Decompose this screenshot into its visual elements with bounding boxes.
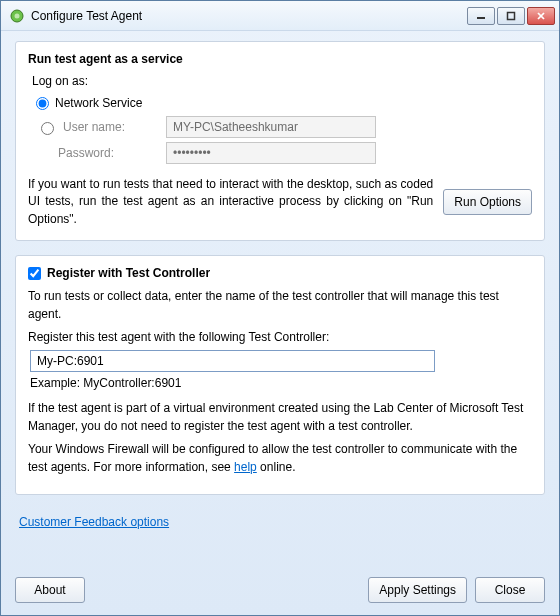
- window-title: Configure Test Agent: [31, 9, 467, 23]
- register-checkbox[interactable]: [28, 267, 41, 280]
- feedback-row: Customer Feedback options: [19, 515, 545, 529]
- feedback-link[interactable]: Customer Feedback options: [19, 515, 169, 529]
- service-group: Run test agent as a service Log on as: N…: [15, 41, 545, 241]
- about-button[interactable]: About: [15, 577, 85, 603]
- virtual-env-note: If the test agent is part of a virtual e…: [28, 400, 532, 435]
- network-service-label: Network Service: [55, 96, 142, 110]
- service-group-title: Run test agent as a service: [28, 52, 532, 66]
- username-radio[interactable]: [41, 122, 54, 135]
- svg-point-1: [15, 13, 20, 18]
- dialog-window: Configure Test Agent Run test agent as a…: [0, 0, 560, 616]
- password-label: Password:: [58, 146, 114, 160]
- minimize-button[interactable]: [467, 7, 495, 25]
- service-desc-row: If you want to run tests that need to in…: [28, 176, 532, 228]
- network-service-radio[interactable]: [36, 97, 49, 110]
- username-row: User name:: [36, 116, 532, 138]
- footer: About Apply Settings Close: [1, 569, 559, 615]
- register-group: Register with Test Controller To run tes…: [15, 255, 545, 495]
- firewall-suffix: online.: [257, 460, 296, 474]
- controller-example: Example: MyController:6901: [30, 376, 532, 390]
- window-controls: [467, 7, 559, 25]
- register-label: Register this test agent with the follow…: [28, 329, 532, 346]
- password-input[interactable]: [166, 142, 376, 164]
- close-button[interactable]: Close: [475, 577, 545, 603]
- network-service-row: Network Service: [36, 96, 532, 110]
- controller-input[interactable]: [30, 350, 435, 372]
- register-intro: To run tests or collect data, enter the …: [28, 288, 532, 323]
- service-desc-text: If you want to run tests that need to in…: [28, 176, 433, 228]
- close-window-button[interactable]: [527, 7, 555, 25]
- run-options-button[interactable]: Run Options: [443, 189, 532, 215]
- username-label: User name:: [63, 120, 125, 134]
- maximize-button[interactable]: [497, 7, 525, 25]
- svg-rect-3: [508, 12, 515, 19]
- app-icon: [9, 8, 25, 24]
- register-group-title: Register with Test Controller: [28, 266, 532, 280]
- apply-settings-button[interactable]: Apply Settings: [368, 577, 467, 603]
- logon-as-label: Log on as:: [32, 74, 532, 88]
- password-row: Password:: [36, 142, 532, 164]
- register-title-text: Register with Test Controller: [47, 266, 210, 280]
- content-area: Run test agent as a service Log on as: N…: [1, 31, 559, 569]
- username-input[interactable]: [166, 116, 376, 138]
- titlebar: Configure Test Agent: [1, 1, 559, 31]
- firewall-note: Your Windows Firewall will be configured…: [28, 441, 532, 476]
- help-link[interactable]: help: [234, 460, 257, 474]
